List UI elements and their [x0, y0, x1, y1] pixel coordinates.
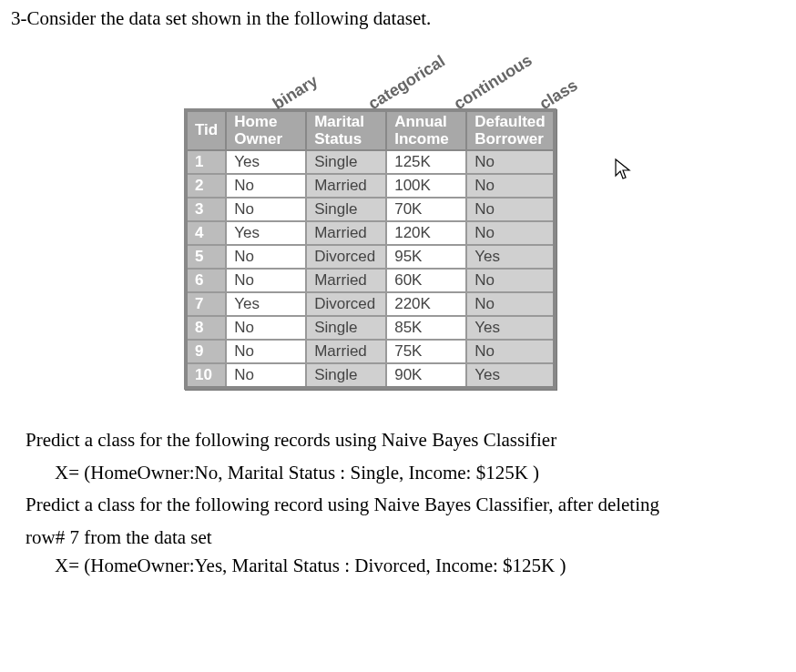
cell-home-owner: No: [226, 340, 306, 363]
cell-home-owner: No: [226, 198, 306, 221]
cell-defaulted-borrower: No: [466, 269, 554, 292]
cell-annual-income: 125K: [386, 150, 466, 174]
cell-marital-status: Divorced: [306, 292, 386, 316]
cell-annual-income: 70K: [386, 198, 466, 221]
cell-home-owner: Yes: [226, 221, 306, 245]
label-class: class: [536, 76, 581, 114]
header-marital-l1: Marital: [314, 113, 364, 130]
cell-tid: 7: [186, 292, 226, 316]
questions-block: Predict a class for the following record…: [11, 426, 785, 581]
cell-home-owner: Yes: [226, 292, 306, 316]
cell-home-owner: No: [226, 363, 306, 388]
table-row: 3NoSingle70KNo: [186, 198, 555, 221]
table-row: 8NoSingle85KYes: [186, 316, 555, 340]
question-title: 3-Consider the data set shown in the fol…: [11, 7, 785, 30]
header-default-l1: Defaulted: [475, 113, 545, 130]
cell-marital-status: Single: [306, 150, 386, 174]
header-tid: Tid: [186, 110, 226, 150]
table-row: 7YesDivorced220KNo: [186, 292, 555, 316]
table-row: 2NoMarried100KNo: [186, 174, 555, 198]
table-row: 1YesSingle125KNo: [186, 150, 555, 174]
cell-defaulted-borrower: No: [466, 340, 554, 363]
table-row: 10NoSingle90KYes: [186, 363, 555, 388]
dataset-figure: binary categorical continuous class Tid …: [184, 57, 594, 390]
cell-marital-status: Single: [306, 363, 386, 388]
label-binary: binary: [270, 72, 321, 114]
header-income: Annual Income: [386, 110, 466, 150]
cell-annual-income: 120K: [386, 221, 466, 245]
cell-tid: 6: [186, 269, 226, 292]
diagonal-labels: binary categorical continuous class: [184, 57, 594, 108]
label-continuous: continuous: [451, 51, 536, 114]
header-marital: Marital Status: [306, 110, 386, 150]
cell-tid: 4: [186, 221, 226, 245]
cell-home-owner: Yes: [226, 150, 306, 174]
cell-annual-income: 95K: [386, 245, 466, 269]
cell-defaulted-borrower: No: [466, 292, 554, 316]
header-home-l2: Owner: [234, 130, 282, 148]
header-home-l1: Home: [234, 113, 277, 130]
cell-annual-income: 100K: [386, 174, 466, 198]
cell-annual-income: 60K: [386, 269, 466, 292]
header-row: Tid Home Owner Marital Status Annual Inc…: [186, 110, 555, 150]
cell-defaulted-borrower: Yes: [466, 245, 554, 269]
cell-tid: 8: [186, 316, 226, 340]
cell-tid: 3: [186, 198, 226, 221]
header-default: Defaulted Borrower: [466, 110, 554, 150]
cell-tid: 5: [186, 245, 226, 269]
header-income-l2: Income: [394, 130, 449, 148]
cell-home-owner: No: [226, 316, 306, 340]
label-categorical: categorical: [365, 52, 449, 114]
cell-tid: 2: [186, 174, 226, 198]
cell-defaulted-borrower: No: [466, 150, 554, 174]
cell-tid: 1: [186, 150, 226, 174]
table-row: 4YesMarried120KNo: [186, 221, 555, 245]
q2-prompt-a: Predict a class for the following record…: [26, 491, 659, 520]
cell-tid: 10: [186, 363, 226, 388]
cell-marital-status: Single: [306, 316, 386, 340]
q1-record: X= (HomeOwner:No, Marital Status : Singl…: [55, 459, 785, 488]
q2-prompt-b: row# 7 from the data set: [26, 524, 785, 553]
cell-annual-income: 85K: [386, 316, 466, 340]
table-row: 5NoDivorced95KYes: [186, 245, 555, 269]
cell-annual-income: 90K: [386, 363, 466, 388]
table-row: 6NoMarried60KNo: [186, 269, 555, 292]
header-home: Home Owner: [226, 110, 306, 150]
cell-marital-status: Married: [306, 174, 386, 198]
cell-home-owner: No: [226, 245, 306, 269]
cell-defaulted-borrower: No: [466, 174, 554, 198]
cell-tid: 9: [186, 340, 226, 363]
dataset-table: Tid Home Owner Marital Status Annual Inc…: [184, 108, 556, 390]
cell-home-owner: No: [226, 269, 306, 292]
cell-marital-status: Single: [306, 198, 386, 221]
cell-home-owner: No: [226, 174, 306, 198]
cell-marital-status: Married: [306, 221, 386, 245]
q1-prompt: Predict a class for the following record…: [26, 426, 556, 455]
cell-defaulted-borrower: No: [466, 198, 554, 221]
q2-record: X= (HomeOwner:Yes, Marital Status : Divo…: [55, 552, 785, 581]
cell-marital-status: Divorced: [306, 245, 386, 269]
cell-defaulted-borrower: No: [466, 221, 554, 245]
cursor-icon: [614, 158, 632, 187]
header-marital-l2: Status: [314, 130, 362, 148]
header-default-l2: Borrower: [475, 130, 544, 148]
cell-defaulted-borrower: Yes: [466, 363, 554, 388]
cell-marital-status: Married: [306, 340, 386, 363]
cell-defaulted-borrower: Yes: [466, 316, 554, 340]
cell-annual-income: 220K: [386, 292, 466, 316]
cell-marital-status: Married: [306, 269, 386, 292]
table-row: 9NoMarried75KNo: [186, 340, 555, 363]
header-income-l1: Annual: [394, 113, 447, 130]
cell-annual-income: 75K: [386, 340, 466, 363]
